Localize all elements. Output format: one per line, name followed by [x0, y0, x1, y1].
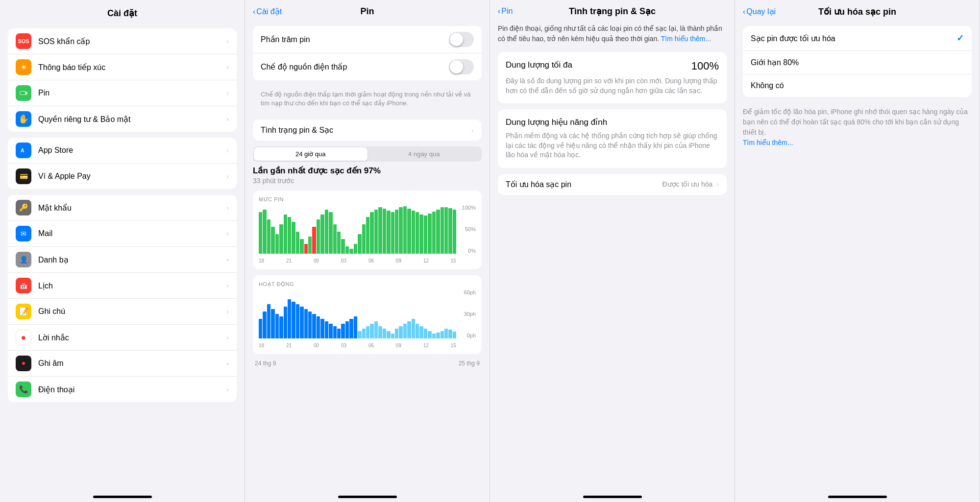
battery-status-nav[interactable]: Tình trạng pin & Sạc ›: [253, 120, 482, 141]
activity-bar-25: [362, 329, 366, 338]
activity-bar-12: [308, 311, 312, 338]
battery-x-labels: 1821000306091215: [259, 258, 456, 263]
intro-link[interactable]: Tìm hiểu thêm...: [661, 35, 711, 43]
battery-bar-32: [391, 212, 394, 254]
battery-bar-16: [325, 210, 328, 254]
battery-bar-6: [284, 215, 287, 254]
battery-bar-15: [320, 215, 324, 254]
activity-bar-11: [304, 309, 308, 338]
max-capacity-card: Dung lượng tối đa 100% Đây là số đo dung…: [498, 52, 727, 103]
contact-label: Thông báo tiếp xúc: [38, 63, 226, 72]
activity-bar-14: [317, 316, 320, 338]
contacts-icon: 👤: [16, 252, 31, 267]
chevron-icon: ›: [226, 146, 229, 154]
option-optimized[interactable]: Sạc pin được tối ưu hóa ✓: [743, 26, 972, 51]
sidebar-item-appstore[interactable]: A App Store ›: [8, 138, 237, 164]
optimize-desc-link[interactable]: Tìm hiểu thêm...: [743, 139, 793, 146]
home-indicator: [338, 496, 397, 498]
sidebar-item-reminders[interactable]: ● Lời nhắc ›: [8, 325, 237, 351]
activity-bar-44: [441, 331, 444, 338]
activity-bar-4: [275, 314, 279, 338]
activity-bar-39: [419, 326, 423, 338]
option-limit80[interactable]: Giới hạn 80%: [743, 51, 972, 74]
home-indicator: [93, 496, 152, 498]
svg-point-5: [22, 362, 25, 365]
optimize-desc-text: Để giảm tốc độ lão hóa pin, iPhone ghi n…: [743, 108, 968, 136]
y-label-0ph: 0ph: [459, 333, 476, 338]
battery-icon: [16, 85, 31, 101]
peak-performance-desc: Phần mềm động và các hệ thống phần cứng …: [506, 131, 719, 160]
battery-status-label: Tình trạng pin & Sạc: [261, 125, 471, 135]
percent-toggle[interactable]: [449, 32, 474, 47]
battery-bar-21: [345, 246, 349, 254]
option-optimized-label: Sạc pin được tối ưu hóa: [751, 34, 956, 43]
battery-bar-10: [300, 239, 303, 254]
home-indicator: [583, 496, 642, 498]
activity-bar-19: [337, 329, 341, 338]
tab-24h[interactable]: 24 giờ qua: [254, 147, 368, 161]
activity-bar-9: [296, 304, 299, 338]
peak-performance-title: Dung lượng hiệu năng đỉnh: [506, 117, 607, 127]
activity-bar-5: [279, 316, 283, 338]
mail-icon: ✉: [16, 226, 31, 241]
battery-bar-25: [362, 224, 366, 254]
phone-icon: 📞: [16, 382, 31, 397]
svg-text:A: A: [21, 147, 24, 153]
chevron-icon: ›: [226, 230, 229, 238]
battery-content: Phần trăm pin Chế độ nguồn điện thấp Chế…: [245, 20, 490, 492]
chevron-icon: ›: [226, 256, 229, 263]
sidebar-item-mail[interactable]: ✉ Mail ›: [8, 221, 237, 247]
appstore-label: App Store: [38, 146, 226, 155]
back-label: Cài đặt: [256, 7, 282, 16]
option-limit80-label: Giới hạn 80%: [751, 58, 964, 67]
y-label-30ph: 30ph: [459, 311, 476, 317]
back-to-battery-button[interactable]: ‹ Pin: [498, 7, 513, 16]
sidebar-item-calendar[interactable]: 📅 Lịch ›: [8, 273, 237, 299]
sidebar-item-password[interactable]: 🔑 Mật khẩu ›: [8, 195, 237, 221]
sidebar-item-contacts[interactable]: 👤 Danh bạ ›: [8, 247, 237, 273]
sidebar-item-contact[interactable]: ☀ Thông báo tiếp xúc ›: [8, 54, 237, 80]
option-none[interactable]: Không có: [743, 74, 972, 97]
back-chevron-icon: ‹: [498, 7, 500, 16]
sidebar-item-voicememo[interactable]: Ghi âm ›: [8, 351, 237, 377]
activity-chart-label: HOẠT ĐỘNG: [259, 281, 476, 287]
battery-bar-20: [341, 239, 344, 254]
activity-bar-20: [341, 324, 344, 338]
battery-bar-26: [366, 217, 369, 254]
sidebar-item-phone[interactable]: 📞 Điện thoại ›: [8, 377, 237, 402]
activity-bar-22: [349, 319, 353, 338]
battery-status-header: ‹ Pin Tình trạng pin & Sạc: [490, 0, 735, 20]
charge-subtitle: 33 phút trước: [253, 177, 482, 185]
back-chevron-icon: ‹: [253, 7, 255, 16]
contacts-label: Danh bạ: [38, 255, 226, 264]
activity-chart-area: 60ph 30ph 0ph 1821000306091215: [259, 289, 476, 348]
sidebar-item-battery[interactable]: Pin ›: [8, 80, 237, 106]
settings-section-2: A App Store › 💳 Ví & Apple Pay ›: [8, 138, 237, 189]
battery-status-content: Pin điện thoại, giống như tất cả các loạ…: [490, 20, 735, 492]
tab-4d[interactable]: 4 ngày qua: [368, 147, 481, 161]
max-capacity-desc: Đây là số đo dung lượng pin so với khi p…: [506, 76, 719, 96]
sidebar-item-sos[interactable]: SOS SOS khẩn cấp ›: [8, 28, 237, 54]
chevron-icon: ›: [226, 204, 229, 212]
back-label: Pin: [501, 7, 513, 16]
activity-bar-32: [391, 334, 394, 338]
battery-bar-12: [308, 237, 312, 254]
back-label: Quay lại: [746, 7, 776, 16]
battery-panel: ‹ Cài đặt Pin Phần trăm pin Chế độ nguồn…: [245, 0, 490, 502]
sidebar-item-privacy[interactable]: ✋ Quyền riêng tư & Bảo mật ›: [8, 106, 237, 132]
activity-bar-10: [300, 307, 303, 338]
back-to-settings-button[interactable]: ‹ Cài đặt: [253, 7, 282, 16]
optimize-nav[interactable]: Tối ưu hóa sạc pin Được tối ưu hóa ›: [498, 174, 727, 195]
battery-bar-45: [444, 207, 448, 254]
sidebar-item-wallet[interactable]: 💳 Ví & Apple Pay ›: [8, 164, 237, 189]
chevron-icon: ›: [226, 308, 229, 315]
percent-toggle-row: Phần trăm pin: [253, 26, 482, 53]
lowpower-toggle[interactable]: [449, 59, 474, 74]
sidebar-item-notes[interactable]: 📝 Ghi chú ›: [8, 299, 237, 325]
activity-bar-33: [395, 329, 398, 338]
activity-bar-27: [370, 324, 373, 338]
back-to-status-button[interactable]: ‹ Quay lại: [743, 7, 776, 16]
activity-bar-3: [271, 309, 274, 338]
battery-bar-23: [354, 244, 357, 254]
activity-x-labels: 1821000306091215: [259, 343, 456, 348]
